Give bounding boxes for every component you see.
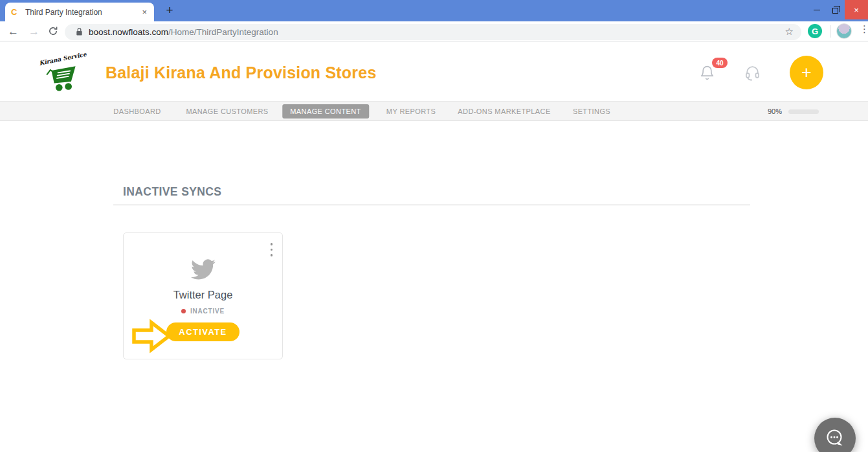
browser-window: C Third Party Integration × + × ← → boos… (0, 0, 868, 452)
notifications-bell-icon[interactable] (699, 65, 715, 81)
section-divider (113, 205, 750, 205)
nav-item-manage-content[interactable]: MANAGE CONTENT (282, 104, 369, 119)
nav-item-manage-customers[interactable]: MANAGE CUSTOMERS (186, 107, 268, 115)
plus-icon: + (801, 63, 812, 83)
profile-progress-bar (788, 109, 819, 114)
nav-item-settings[interactable]: SETTINGS (573, 107, 610, 115)
status-row: INACTIVE (181, 308, 225, 315)
grammarly-extension-icon[interactable]: G (808, 24, 822, 38)
browser-tabbar: C Third Party Integration × + × (0, 0, 868, 21)
cart-icon (39, 60, 85, 92)
support-headset-icon[interactable] (744, 65, 761, 81)
chat-fab-button[interactable] (814, 418, 856, 452)
twitter-icon (188, 257, 218, 282)
status-dot (181, 309, 186, 313)
browser-tab[interactable]: C Third Party Integration × (5, 3, 154, 21)
url-path: /Home/ThirdPartyIntegration (168, 27, 278, 37)
reload-button[interactable] (48, 26, 58, 36)
card-title: Twitter Page (173, 289, 233, 301)
chat-bubble-icon (822, 425, 848, 451)
minimize-button[interactable] (807, 0, 826, 19)
nav-item-addons-marketplace[interactable]: ADD-ONS MARKETPLACE (458, 107, 550, 115)
nav-item-dashboard[interactable]: DASHBOARD (113, 107, 161, 115)
card-menu-icon[interactable] (269, 242, 274, 258)
url-domain: boost.nowfloats.com (89, 27, 168, 37)
toolbar-divider (830, 25, 830, 38)
nav-item-my-reports[interactable]: MY REPORTS (386, 107, 436, 115)
back-button[interactable]: ← (8, 26, 19, 37)
notification-badge: 40 (712, 58, 728, 68)
activate-button[interactable]: ACTIVATE (166, 322, 239, 341)
browser-menu-icon[interactable]: ⋮ (860, 23, 868, 35)
url-text: boost.nowfloats.com/Home/ThirdPartyInteg… (89, 27, 278, 37)
close-button[interactable]: × (845, 0, 868, 19)
annotation-arrow-icon (131, 317, 172, 355)
site-header: Kirana Service Balaji Kirana And Provisi… (0, 41, 868, 101)
status-label: INACTIVE (190, 308, 225, 315)
address-bar[interactable]: boost.nowfloats.com/Home/ThirdPartyInteg… (65, 24, 801, 40)
restore-icon (832, 8, 838, 14)
site-nav: DASHBOARD MANAGE CUSTOMERS MANAGE CONTEN… (0, 101, 868, 121)
tab-close-button[interactable]: × (140, 7, 148, 17)
profile-avatar[interactable] (836, 23, 852, 39)
minimize-icon (814, 10, 820, 10)
new-tab-button[interactable]: + (161, 2, 178, 19)
lock-icon (76, 27, 83, 36)
profile-progress-label: 90% (768, 107, 782, 115)
window-controls: × (807, 0, 868, 19)
store-title: Balaji Kirana And Provision Stores (106, 63, 376, 82)
add-update-button[interactable]: + (790, 56, 823, 89)
section-title: INACTIVE SYNCS (123, 185, 221, 199)
restore-button[interactable] (826, 0, 845, 19)
tab-title: Third Party Integration (25, 8, 140, 17)
close-icon: × (854, 5, 859, 15)
bookmark-star-icon[interactable]: ☆ (785, 26, 795, 38)
browser-toolbar: ← → boost.nowfloats.com/Home/ThirdPartyI… (0, 21, 868, 41)
store-logo[interactable]: Kirana Service (39, 55, 85, 92)
forward-button[interactable]: → (28, 26, 39, 37)
tab-favicon-icon: C (11, 7, 21, 17)
